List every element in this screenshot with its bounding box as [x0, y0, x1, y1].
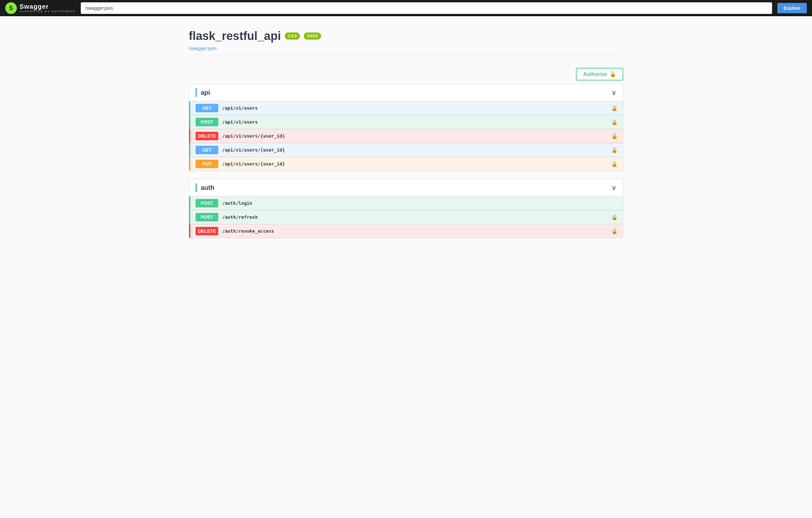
- main-content: flask_restful_api 1.0.0 OAS3 /swagger.js…: [179, 16, 633, 252]
- authorize-lock-icon: 🔓: [610, 71, 616, 77]
- sections-container: api ∨ GET /api/v1/users 🔒 POST /api/v1/u…: [189, 84, 623, 238]
- section-header-auth[interactable]: auth ∨: [189, 179, 623, 196]
- endpoint-path: /api/v1/users: [222, 106, 607, 111]
- authorize-section: Authorize 🔓: [189, 61, 623, 84]
- chevron-down-icon: ∨: [612, 184, 616, 191]
- section-api: api ∨ GET /api/v1/users 🔒 POST /api/v1/u…: [189, 84, 623, 171]
- section-header-api[interactable]: api ∨: [189, 84, 623, 101]
- authorize-label: Authorize: [583, 72, 607, 77]
- endpoint-row-delete--api-v1-users--user-id-[interactable]: DELETE /api/v1/users/{user_id} 🔒: [189, 129, 623, 143]
- swagger-logo-icon: S: [5, 2, 17, 14]
- endpoint-row-get--api-v1-users[interactable]: GET /api/v1/users 🔒: [189, 101, 623, 115]
- endpoint-path: /auth/login: [222, 200, 618, 206]
- api-link[interactable]: /swagger.json: [189, 46, 216, 51]
- section-title-api: api: [196, 88, 210, 97]
- endpoint-row-get--api-v1-users--user-id-[interactable]: GET /api/v1/users/{user_id} 🔒: [189, 143, 623, 157]
- method-badge-post: POST: [196, 118, 218, 126]
- lock-icon: 🔒: [611, 161, 618, 167]
- section-title-bar: [196, 183, 197, 192]
- section-title-auth: auth: [196, 183, 214, 192]
- endpoint-path: /auth/refresh: [222, 215, 607, 220]
- method-badge-delete: DELETE: [196, 227, 218, 235]
- method-badge-post: POST: [196, 199, 218, 208]
- method-badge-get: GET: [196, 104, 218, 112]
- method-badge-delete: DELETE: [196, 132, 218, 140]
- oas3-badge: OAS3: [304, 32, 321, 39]
- logo-letter: S: [9, 5, 13, 12]
- method-badge-post: POST: [196, 213, 218, 221]
- endpoint-path: /api/v1/users/{user_id}: [222, 133, 607, 139]
- section-name-api: api: [201, 89, 210, 97]
- version-badge: 1.0.0: [285, 32, 300, 39]
- endpoint-path: /api/v1/users: [222, 119, 607, 125]
- endpoint-row-post--auth-login[interactable]: POST /auth/login: [189, 196, 623, 210]
- top-navigation: S Swagger Supported by SMARTBEAR Explore: [0, 0, 812, 16]
- brand-sub: Supported by SMARTBEAR: [20, 10, 76, 13]
- lock-icon: 🔒: [611, 119, 618, 125]
- lock-icon: 🔒: [611, 105, 618, 111]
- swagger-logo: S Swagger Supported by SMARTBEAR: [5, 2, 76, 14]
- endpoint-row-put--api-v1-users--user-id-[interactable]: PUT /api/v1/users/{user_id} 🔒: [189, 157, 623, 171]
- endpoint-row-delete--auth-revoke-access[interactable]: DELETE /auth/revoke_access 🔒: [189, 224, 623, 238]
- section-title-bar: [196, 88, 197, 97]
- authorize-button[interactable]: Authorize 🔓: [576, 68, 623, 81]
- section-auth: auth ∨ POST /auth/login POST /auth/refre…: [189, 179, 623, 238]
- endpoint-path: /auth/revoke_access: [222, 228, 607, 234]
- explore-button[interactable]: Explore: [777, 3, 807, 13]
- endpoint-path: /api/v1/users/{user_id}: [222, 161, 607, 166]
- api-title-section: flask_restful_api 1.0.0 OAS3 /swagger.js…: [189, 23, 623, 55]
- method-badge-get: GET: [196, 146, 218, 154]
- endpoint-row-post--auth-refresh[interactable]: POST /auth/refresh 🔒: [189, 210, 623, 224]
- lock-icon: 🔒: [611, 214, 618, 220]
- api-title: flask_restful_api: [189, 29, 281, 43]
- swagger-url-input[interactable]: [81, 2, 772, 14]
- lock-icon: 🔒: [611, 228, 618, 234]
- api-title-row: flask_restful_api 1.0.0 OAS3: [189, 29, 623, 43]
- url-container: [81, 2, 772, 14]
- swagger-logo-text: Swagger Supported by SMARTBEAR: [20, 3, 76, 13]
- brand-name: Swagger: [20, 3, 76, 10]
- endpoint-path: /api/v1/users/{user_id}: [222, 147, 607, 153]
- method-badge-put: PUT: [196, 160, 218, 168]
- chevron-down-icon: ∨: [612, 89, 616, 97]
- section-name-auth: auth: [201, 184, 214, 191]
- endpoint-row-post--api-v1-users[interactable]: POST /api/v1/users 🔒: [189, 115, 623, 129]
- lock-icon: 🔒: [611, 147, 618, 153]
- lock-icon: 🔒: [611, 133, 618, 139]
